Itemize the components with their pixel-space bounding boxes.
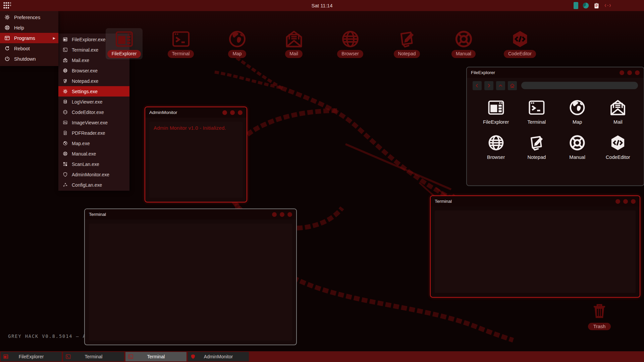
submenu-item-map-exe[interactable]: Map.exe: [58, 138, 129, 148]
taskbar-item-label: Terminal: [125, 354, 186, 359]
menu-item-reboot[interactable]: Reboot: [0, 43, 58, 54]
submenu-item-codeeditor-exe[interactable]: CodeEditor.exe: [58, 107, 129, 117]
forward-button[interactable]: [484, 81, 493, 90]
terminal-left-titlebar[interactable]: Terminal: [85, 209, 296, 220]
file-item-terminal[interactable]: Terminal: [516, 98, 557, 125]
close-button[interactable]: [238, 110, 243, 115]
menu-item-programs[interactable]: Programs▶: [0, 33, 58, 43]
submenu-item-label: CodeEditor.exe: [72, 110, 104, 115]
submenu-item-settings-exe[interactable]: Settings.exe: [58, 86, 129, 97]
fileexplorer-titlebar[interactable]: FileExplorer: [467, 67, 644, 78]
close-button[interactable]: [287, 212, 292, 217]
globe-map-icon: [63, 141, 68, 146]
minimize-button[interactable]: [620, 70, 624, 75]
desktop-icon-manual[interactable]: Manual: [445, 28, 482, 59]
file-item-codeeditor[interactable]: CodeEditor: [598, 133, 638, 160]
code-network-icon[interactable]: [604, 2, 612, 9]
explorer-icon: [3, 354, 9, 360]
globe-wire-icon: [332, 29, 369, 49]
taskbar-item-fileexplorer-0[interactable]: FileExplorer: [1, 352, 62, 361]
submenu-item-label: Manual.exe: [72, 151, 96, 157]
file-item-label: Terminal: [516, 119, 557, 125]
close-button[interactable]: [635, 70, 640, 75]
file-item-map[interactable]: Map: [557, 98, 598, 125]
taskbar-items: FileExplorerTerminalTerminalAdminMonitor: [0, 351, 644, 362]
submenu-item-label: Browser.exe: [72, 68, 98, 73]
up-button[interactable]: [496, 81, 505, 90]
fileexplorer-toolbar: [467, 78, 644, 93]
desktop-icon-codeeditor[interactable]: CodeEditor: [501, 28, 538, 59]
note-icon: [516, 133, 557, 152]
menu-item-label: Shutdown: [14, 56, 36, 62]
taskbar-item-adminmonitor-3[interactable]: AdminMonitor: [188, 352, 249, 361]
maximize-button[interactable]: [280, 212, 284, 217]
minimize-button[interactable]: [222, 110, 227, 115]
minimize-button[interactable]: [615, 199, 620, 204]
taskbar-item-terminal-2[interactable]: Terminal: [125, 352, 186, 361]
hex-fill-icon: [598, 133, 638, 152]
menu-item-help[interactable]: Help: [0, 22, 58, 33]
address-bar[interactable]: [521, 82, 638, 89]
desktop-icon-notepad[interactable]: Notepad: [388, 28, 425, 59]
clipboard-icon[interactable]: [593, 2, 600, 9]
desktop-icon-label: CodeEditor: [504, 50, 536, 58]
doc-icon: [63, 130, 68, 135]
clock: Sat 11:14: [311, 0, 332, 11]
shield-fill-icon: [190, 354, 196, 360]
trash[interactable]: Trash: [584, 301, 615, 330]
panel-indicator-icon[interactable]: [574, 2, 578, 9]
submenu-item-scanlan-exe[interactable]: ScanLan.exe: [58, 159, 129, 169]
submenu-item-manual-exe[interactable]: Manual.exe: [58, 148, 129, 159]
trash-icon: [590, 301, 608, 321]
maximize-button[interactable]: [627, 70, 632, 75]
apps-grid-icon: [2, 1, 12, 10]
desktop-icon-browser[interactable]: Browser: [332, 28, 369, 59]
terminal-right-titlebar[interactable]: Terminal: [431, 196, 640, 206]
submenu-item-configlan-exe[interactable]: ConfigLan.exe: [58, 180, 129, 190]
submenu-item-label: LogViewer.exe: [72, 99, 103, 105]
terminal-output[interactable]: [435, 210, 636, 293]
desktop-icon-fileexplorer[interactable]: FileExplorer: [106, 28, 143, 59]
system-tray: [574, 0, 612, 11]
home-button[interactable]: [508, 81, 517, 90]
adminmonitor-status-text: Admin Monitor v1.0 - Initialized.: [149, 122, 243, 134]
adminmonitor-output: Admin Monitor v1.0 - Initialized.: [149, 122, 243, 198]
maximize-button[interactable]: [623, 199, 628, 204]
submenu-item-pdfreader-exe[interactable]: PDFReader.exe: [58, 128, 129, 138]
file-item-manual[interactable]: Manual: [557, 133, 598, 160]
file-item-browser[interactable]: Browser: [476, 133, 516, 160]
log-icon: [63, 99, 68, 104]
taskbar-item-terminal-1[interactable]: Terminal: [63, 352, 124, 361]
desktop-icon-mail[interactable]: Mail: [275, 28, 312, 59]
network-icon: [63, 182, 68, 187]
back-button[interactable]: [473, 81, 482, 90]
file-item-notepad[interactable]: Notepad: [516, 133, 557, 160]
maximize-button[interactable]: [230, 110, 235, 115]
submenu-item-notepad-exe[interactable]: Notepad.exe: [58, 76, 129, 86]
submenu-item-browser-exe[interactable]: Browser.exe: [58, 65, 129, 76]
submenu-item-adminmonitor-exe[interactable]: AdminMonitor.exe: [58, 169, 129, 180]
power-icon: [4, 56, 10, 62]
apps-menu-button[interactable]: [2, 1, 12, 10]
desktop-icon-terminal[interactable]: Terminal: [162, 28, 199, 59]
minimize-button[interactable]: [272, 212, 277, 217]
close-button[interactable]: [631, 199, 636, 204]
submenu-item-imageviewer-exe[interactable]: ImageViewer.exe: [58, 117, 129, 128]
terminal-icon: [65, 354, 71, 360]
file-item-mail[interactable]: Mail: [598, 98, 638, 125]
menu-item-label: Reboot: [14, 46, 30, 51]
submenu-item-logviewer-exe[interactable]: LogViewer.exe: [58, 97, 129, 107]
gear-icon: [4, 14, 10, 20]
desktop-icon-map[interactable]: Map: [219, 28, 256, 59]
back-icon: [474, 83, 480, 88]
file-item-fileexplorer[interactable]: FileExplorer: [476, 98, 516, 125]
taskbar-item-label: FileExplorer: [1, 354, 62, 359]
adminmonitor-titlebar[interactable]: AdminMonitor: [145, 107, 247, 118]
note-icon: [63, 78, 68, 83]
terminal-output[interactable]: [89, 224, 292, 341]
submenu-item-label: ScanLan.exe: [72, 162, 99, 167]
menu-item-preferences[interactable]: Preferences: [0, 12, 58, 22]
menu-item-shutdown[interactable]: Shutdown: [0, 54, 58, 64]
pie-indicator-icon[interactable]: [582, 2, 589, 9]
file-item-label: Mail: [598, 119, 638, 125]
